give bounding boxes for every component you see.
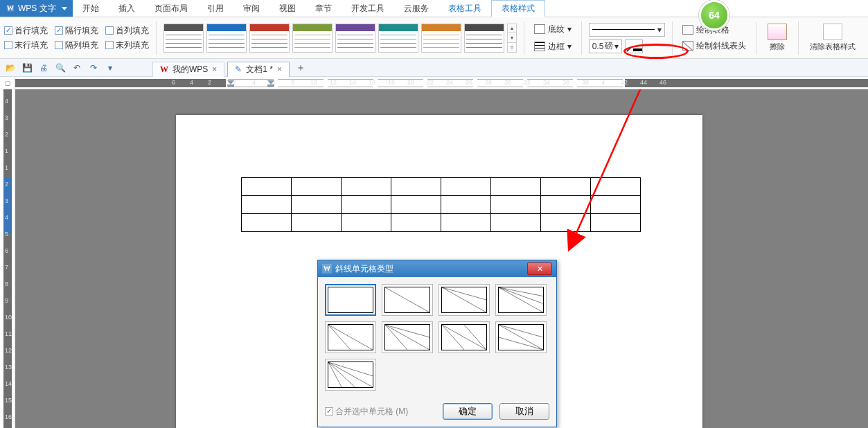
svg-line-18	[499, 337, 543, 350]
svg-line-14	[442, 325, 464, 350]
print-preview-button[interactable]: 🔍	[54, 62, 67, 74]
print-button[interactable]: 🖨	[37, 62, 50, 74]
svg-line-15	[464, 325, 486, 350]
diagonal-type-grid	[325, 284, 549, 391]
menu-tab-6[interactable]: 章节	[305, 0, 342, 17]
table-style-gallery: ▴▾▿	[163, 24, 517, 53]
open-button[interactable]: 📂	[4, 62, 17, 74]
eraser-button[interactable]: 擦除	[763, 22, 791, 53]
dialog-title: 斜线单元格类型	[335, 263, 393, 275]
table-style-thumb-6[interactable]	[421, 24, 461, 53]
caret-down-icon: ▾	[567, 24, 572, 34]
new-tab-button[interactable]: ＋	[294, 61, 308, 75]
doc-tab-0[interactable]: W我的WPS×	[152, 62, 224, 77]
svg-line-11	[385, 325, 429, 337]
diagonal-option-4[interactable]	[325, 321, 376, 353]
draw-diagonal-header-button[interactable]: 绘制斜线表头	[680, 39, 749, 53]
tab-close-icon[interactable]: ×	[212, 64, 217, 74]
document-canvas[interactable]: 斜线单元格类型 ✕ 合并选中单元格 (M) 确定 取消	[15, 89, 868, 428]
ruler-corner[interactable]: ◻	[0, 77, 15, 89]
menu-tab-4[interactable]: 审阅	[233, 0, 269, 17]
clear-table-style-button[interactable]: 清除表格样式	[806, 22, 860, 53]
separator	[798, 21, 799, 55]
line-weight-picker[interactable]: 0.5 磅 ▾	[589, 39, 622, 53]
svg-line-9	[328, 325, 351, 350]
app-menu-button[interactable]: WPS 文字	[0, 0, 73, 17]
workspace: 43211234567891011121314151617 斜线单元格类型 ✕	[0, 89, 868, 428]
menu-tab-3[interactable]: 引用	[197, 0, 233, 17]
table-style-thumb-2[interactable]	[249, 24, 290, 53]
menu-tab-8[interactable]: 云服务	[394, 0, 439, 17]
diagonal-option-5[interactable]	[382, 321, 433, 353]
fill-option-3[interactable]: 末行填充	[4, 39, 48, 51]
ribbon: 首行填充隔行填充首列填充末行填充隔列填充末列填充 ▴▾▿ 底纹 ▾ 边框 ▾ ▾…	[0, 17, 868, 59]
menu-tab-1[interactable]: 插入	[109, 0, 145, 17]
table-style-thumb-4[interactable]	[335, 24, 375, 53]
gallery-more-button[interactable]: ▴▾▿	[507, 24, 517, 53]
clear-style-label: 清除表格样式	[810, 42, 856, 52]
merge-label: 合并选中单元格 (M)	[335, 406, 408, 418]
diagonal-cell-icon	[682, 41, 693, 51]
ok-button[interactable]: 确定	[443, 403, 493, 420]
clear-style-icon	[823, 24, 842, 40]
diagonal-option-7[interactable]	[495, 321, 547, 353]
diagonal-option-6[interactable]	[439, 321, 490, 353]
save-button[interactable]: 💾	[21, 62, 33, 74]
border-button[interactable]: 边框 ▾	[531, 39, 574, 54]
line-style-picker[interactable]: ▾	[589, 23, 665, 37]
dialog-titlebar[interactable]: 斜线单元格类型 ✕	[318, 260, 556, 277]
right-indent-marker[interactable]	[267, 78, 274, 87]
undo-button[interactable]: ↶	[71, 62, 83, 74]
vertical-ruler[interactable]: 43211234567891011121314151617	[0, 89, 15, 428]
horizontal-ruler[interactable]: 6422468101214161820222426283032343638442…	[15, 77, 868, 89]
caret-down-icon	[62, 7, 67, 10]
qat-more-button[interactable]: ▾	[104, 62, 116, 74]
svg-line-5	[499, 287, 543, 312]
diagonal-option-8[interactable]	[325, 359, 376, 391]
table-style-thumb-1[interactable]	[206, 24, 247, 53]
pen-color-picker[interactable]	[625, 39, 643, 53]
menu-tab-2[interactable]: 页面布局	[145, 0, 197, 17]
dialog-body	[318, 277, 556, 398]
eraser-label: 擦除	[770, 42, 785, 52]
menu-tab-5[interactable]: 视图	[269, 0, 305, 17]
tab-close-icon[interactable]: ×	[277, 64, 282, 74]
svg-line-16	[499, 325, 543, 350]
diagonal-option-1[interactable]	[382, 284, 433, 316]
fill-option-1[interactable]: 隔行填充	[55, 25, 98, 37]
table-style-thumb-5[interactable]	[378, 24, 418, 53]
diagonal-option-2[interactable]	[439, 284, 490, 316]
diagonal-option-0[interactable]	[325, 284, 376, 316]
dialog-close-button[interactable]: ✕	[527, 262, 552, 275]
table-style-thumb-0[interactable]	[163, 24, 204, 53]
separator	[524, 21, 524, 55]
fill-option-2[interactable]: 首列填充	[105, 25, 149, 37]
separator	[581, 21, 582, 55]
diagonal-cell-type-dialog: 斜线单元格类型 ✕ 合并选中单元格 (M) 确定 取消	[317, 260, 557, 427]
cancel-button[interactable]: 取消	[499, 403, 549, 420]
fill-options-group: 首行填充隔行填充首列填充末行填充隔列填充末列填充	[4, 25, 149, 51]
table-style-thumb-3[interactable]	[292, 24, 333, 53]
svg-line-2	[385, 287, 429, 312]
doc-tab-1[interactable]: ✎文档1 *×	[227, 62, 290, 77]
horizontal-ruler-row: ◻ 64224681012141618202224262830323436384…	[0, 77, 868, 89]
menu-tab-9[interactable]: 表格工具	[439, 0, 491, 17]
fill-option-0[interactable]: 首行填充	[4, 25, 48, 37]
menu-tab-10[interactable]: 表格样式	[491, 0, 545, 17]
wps-logo-icon	[322, 264, 332, 274]
document-table[interactable]	[241, 177, 641, 232]
first-line-indent-marker[interactable]	[227, 78, 234, 87]
diagonal-option-3[interactable]	[495, 284, 547, 316]
shading-button[interactable]: 底纹 ▾	[531, 22, 574, 37]
menu-bar: WPS 文字 开始插入页面布局引用审阅视图章节开发工具云服务表格工具表格样式	[0, 0, 868, 17]
menu-tab-0[interactable]: 开始	[73, 0, 109, 17]
fill-option-4[interactable]: 隔列填充	[55, 39, 98, 51]
redo-button[interactable]: ↷	[87, 62, 100, 74]
merge-cells-checkbox[interactable]: 合并选中单元格 (M)	[325, 406, 408, 418]
menu-tab-7[interactable]: 开发工具	[342, 0, 394, 17]
table-style-thumb-7[interactable]	[464, 24, 504, 53]
fill-option-5[interactable]: 末列填充	[105, 39, 149, 51]
dialog-footer: 合并选中单元格 (M) 确定 取消	[318, 398, 556, 427]
caret-down-icon: ▾	[567, 42, 572, 51]
line-group: ▾ 0.5 磅 ▾	[589, 23, 665, 53]
